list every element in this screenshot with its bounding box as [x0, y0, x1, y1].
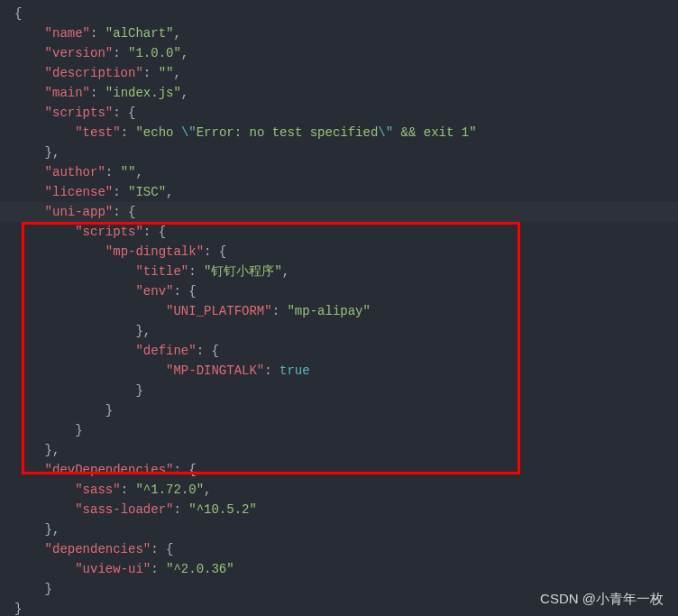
code-line: }: [0, 400, 678, 420]
json-key: "uni-app": [45, 205, 114, 219]
json-key: "version": [45, 46, 114, 60]
code-line: "dependencies": {: [0, 539, 678, 559]
code-line: "description": "",: [0, 63, 678, 83]
code-line: "title": "钉钉小程序",: [0, 262, 678, 281]
code-line: {: [0, 4, 678, 23]
json-key: "define": [135, 344, 196, 358]
code-line: "scripts": {: [0, 222, 678, 242]
code-line: },: [0, 321, 678, 341]
code-line: "sass-loader": "^10.5.2": [0, 500, 678, 519]
json-key: "title": [135, 264, 188, 279]
json-key: "mp-dingtalk": [105, 244, 204, 259]
code-line: "define": {: [0, 341, 678, 361]
code-line: "mp-dingtalk": {: [0, 242, 678, 262]
code-line: }: [0, 420, 678, 440]
json-value: "1.0.0": [128, 46, 181, 60]
code-line: "env": {: [0, 281, 678, 301]
code-editor: { "name": "alChart", "version": "1.0.0",…: [0, 4, 678, 616]
json-value: "ISC": [128, 185, 166, 199]
json-value: "钉钉小程序": [204, 264, 282, 279]
json-value: "^1.72.0": [135, 483, 204, 497]
code-line: "version": "1.0.0",: [0, 43, 678, 63]
json-value: "mp-alipay": [287, 304, 370, 318]
json-key: "main": [45, 86, 90, 100]
json-key: "sass": [75, 483, 120, 497]
json-key: "test": [75, 125, 120, 140]
json-key: "uview-ui": [75, 562, 151, 576]
json-value: "index.js": [105, 86, 181, 100]
json-key: "dependencies": [45, 542, 151, 556]
json-value: "alChart": [105, 26, 174, 41]
json-key: "devDependencies": [45, 463, 174, 477]
code-line: "scripts": {: [0, 103, 678, 123]
json-bool: true: [279, 363, 310, 378]
code-line: "main": "index.js",: [0, 83, 678, 103]
code-line: }: [0, 381, 678, 400]
json-key: "scripts": [75, 225, 143, 239]
code-line: "devDependencies": {: [0, 460, 678, 480]
code-line: "test": "echo \"Error: no test specified…: [0, 123, 678, 143]
json-value: "echo \"Error: no test specified\" && ex…: [135, 125, 476, 140]
json-key: "env": [135, 284, 173, 299]
json-key: "MP-DINGTALK": [166, 363, 264, 378]
code-line: },: [0, 519, 678, 539]
code-line: "uni-app": {: [0, 202, 678, 222]
json-key: "license": [45, 185, 114, 199]
code-line: "name": "alChart",: [0, 23, 678, 43]
code-line: "sass": "^1.72.0",: [0, 480, 678, 500]
code-line: "author": "",: [0, 162, 678, 182]
json-value: "^10.5.2": [188, 502, 257, 517]
json-key: "name": [45, 26, 90, 41]
json-key: "scripts": [45, 106, 114, 120]
json-key: "description": [45, 66, 143, 80]
json-value: "": [121, 165, 136, 179]
json-value: "": [159, 66, 174, 80]
json-key: "sass-loader": [75, 502, 173, 517]
code-line: "UNI_PLATFORM": "mp-alipay": [0, 301, 678, 321]
json-key: "author": [45, 165, 105, 179]
code-line: "uview-ui": "^2.0.36": [0, 559, 678, 579]
code-line: "license": "ISC",: [0, 182, 678, 202]
brace: {: [14, 6, 22, 21]
watermark-text: CSDN @小青年一枚: [540, 589, 664, 609]
code-line: },: [0, 440, 678, 460]
json-key: "UNI_PLATFORM": [166, 304, 272, 318]
code-line: },: [0, 143, 678, 162]
json-value: "^2.0.36": [166, 562, 234, 576]
code-line: "MP-DINGTALK": true: [0, 361, 678, 381]
